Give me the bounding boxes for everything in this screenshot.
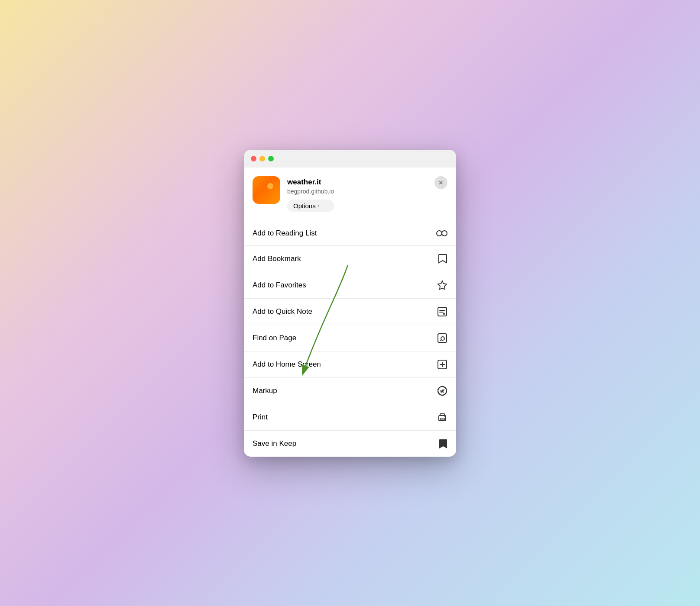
menu-item-add-home-screen[interactable]: Add to Home Screen	[244, 351, 456, 378]
options-label: Options	[293, 202, 316, 210]
svg-rect-11	[440, 418, 444, 420]
title-bar	[244, 150, 456, 168]
svg-point-1	[442, 231, 447, 236]
menu-item-label: Print	[253, 413, 268, 422]
menu-item-print[interactable]: Print	[244, 404, 456, 431]
menu-item-find-on-page[interactable]: Find on Page	[244, 325, 456, 351]
app-icon	[253, 176, 280, 204]
menu-item-label: Save in Keep	[253, 439, 296, 448]
menu-item-add-favorites[interactable]: Add to Favorites	[244, 272, 456, 299]
print-icon	[437, 412, 447, 422]
reading-list-icon	[436, 230, 447, 237]
app-name: weather.it	[287, 178, 334, 187]
browser-window: weather.it begprod.github.io Options › ✕…	[244, 150, 456, 457]
maximize-traffic-light[interactable]	[268, 156, 274, 161]
svg-point-12	[444, 416, 445, 417]
menu-item-add-bookmark[interactable]: Add Bookmark	[244, 246, 456, 272]
svg-point-0	[437, 231, 442, 236]
menu-item-save-keep[interactable]: Save in Keep	[244, 431, 456, 457]
menu-list: Add to Reading List Add Bookmark Add to …	[244, 221, 456, 457]
menu-item-label: Add to Home Screen	[253, 360, 321, 369]
app-info: weather.it begprod.github.io Options ›	[287, 176, 334, 212]
svg-text:A: A	[441, 388, 444, 393]
menu-item-label: Add to Reading List	[253, 229, 317, 238]
menu-item-add-quick-note[interactable]: Add to Quick Note	[244, 299, 456, 325]
menu-item-markup[interactable]: Markup A	[244, 378, 456, 404]
menu-item-label: Find on Page	[253, 334, 296, 342]
options-button[interactable]: Options ›	[287, 200, 334, 212]
home-screen-icon	[437, 359, 447, 370]
find-on-page-icon	[437, 333, 447, 343]
close-icon: ✕	[438, 179, 444, 186]
chevron-right-icon: ›	[318, 203, 319, 209]
svg-rect-2	[438, 307, 447, 316]
app-header: weather.it begprod.github.io Options › ✕	[253, 176, 447, 221]
app-url: begprod.github.io	[287, 188, 334, 195]
menu-item-label: Add to Favorites	[253, 281, 306, 290]
traffic-lights	[251, 156, 274, 168]
close-traffic-light[interactable]	[251, 156, 256, 161]
quick-note-icon	[437, 306, 447, 317]
menu-item-add-reading-list[interactable]: Add to Reading List	[244, 221, 456, 246]
close-button[interactable]: ✕	[434, 176, 447, 189]
menu-item-label: Markup	[253, 387, 277, 395]
favorites-icon	[437, 280, 447, 290]
content-area: weather.it begprod.github.io Options › ✕	[244, 168, 456, 221]
svg-rect-3	[438, 334, 447, 342]
bookmark-icon	[438, 254, 447, 264]
markup-icon: A	[437, 386, 447, 396]
minimize-traffic-light[interactable]	[259, 156, 265, 161]
menu-item-label: Add Bookmark	[253, 255, 301, 263]
menu-item-label: Add to Quick Note	[253, 307, 312, 316]
keep-icon	[439, 438, 447, 449]
